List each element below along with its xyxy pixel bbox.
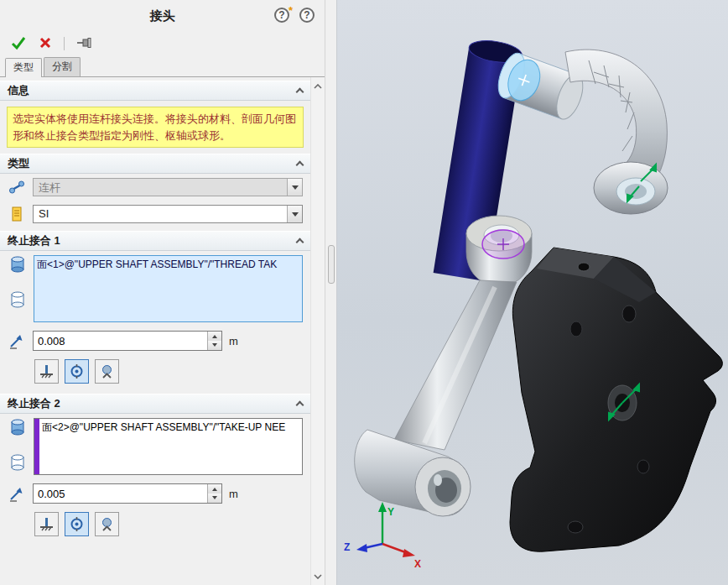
property-manager-panel: 接头 ?* ? 类型 分割 信息 选定实体将使用连杆接头连接。将接头的材 xyxy=(0,0,325,585)
selection-item[interactable]: 面<1>@"UPPER SHAFT ASSEMBLY"/"THREAD TAK xyxy=(34,256,279,321)
tab-bar: 类型 分割 xyxy=(0,55,325,77)
orientation-triad: Y X Z xyxy=(344,502,421,570)
tab-type[interactable]: 类型 xyxy=(5,58,42,77)
joint2-selection-list[interactable]: 面<2>@"UPPER SHAFT ASSEMBLY"/"TAKE-UP NEE xyxy=(34,418,303,475)
spin-down-button[interactable] xyxy=(208,341,221,350)
link-connector-icon xyxy=(8,178,26,196)
selection-item[interactable]: 面<2>@"UPPER SHAFT ASSEMBLY"/"TAKE-UP NEE xyxy=(39,419,288,474)
unit-label: m xyxy=(229,488,238,500)
page-title: 接头 xyxy=(150,8,175,24)
chevron-down-icon xyxy=(287,206,302,222)
collapse-chevron-icon xyxy=(296,161,304,170)
joint2-length-input[interactable] xyxy=(34,484,207,503)
section-header-end-joint-2[interactable]: 终止接合 2 xyxy=(0,394,310,414)
section-header-type[interactable]: 类型 xyxy=(0,154,310,174)
pivot-end-button[interactable] xyxy=(65,359,89,384)
section-header-info[interactable]: 信息 xyxy=(0,81,310,101)
section-header-end-joint-1[interactable]: 终止接合 1 xyxy=(0,231,310,251)
unit-system-select[interactable]: SI xyxy=(33,205,303,223)
graphics-viewport[interactable]: Y X Z xyxy=(337,0,728,585)
length-arrow-icon xyxy=(8,332,26,350)
units-icon xyxy=(8,205,26,223)
tab-split[interactable]: 分割 xyxy=(44,57,81,76)
joint1-length-input[interactable] xyxy=(34,332,207,350)
pm-toolbar xyxy=(0,32,325,55)
cylinder-outline-icon xyxy=(9,290,26,311)
collapse-chevron-icon xyxy=(296,238,304,247)
curved-arm-part[interactable] xyxy=(565,50,668,214)
spherical-end-button[interactable] xyxy=(95,512,119,536)
panel-scrollbar[interactable] xyxy=(310,77,325,585)
cylinder-outline-icon xyxy=(9,453,26,474)
pm-content: 信息 选定实体将使用连杆接头连接。将接头的材料、剖面几何图形和终止接合类型指定为… xyxy=(0,77,310,585)
chevron-down-icon xyxy=(287,179,302,196)
spin-up-button[interactable] xyxy=(208,332,221,341)
triad-y-label: Y xyxy=(387,506,394,518)
bracket-part[interactable] xyxy=(510,248,722,551)
pin-button[interactable] xyxy=(76,36,93,52)
spin-down-button[interactable] xyxy=(208,494,221,503)
spin-up-button[interactable] xyxy=(208,484,221,494)
scroll-down-icon[interactable] xyxy=(312,570,325,582)
unit-label: m xyxy=(229,335,238,347)
panel-header: 接头 ?* ? xyxy=(0,0,325,32)
rigid-end-button[interactable] xyxy=(34,512,59,536)
rigid-end-button[interactable] xyxy=(34,359,59,384)
info-message: 选定实体将使用连杆接头连接。将接头的材料、剖面几何图形和终止接合类型指定为刚性、… xyxy=(7,107,304,148)
collapse-chevron-icon xyxy=(296,401,304,410)
new-star-icon: * xyxy=(289,4,293,17)
joint1-length-field xyxy=(33,331,222,351)
cylindrical-face-icon xyxy=(9,255,26,276)
splitter-handle[interactable] xyxy=(328,245,335,284)
ok-button[interactable] xyxy=(10,35,27,53)
scroll-up-icon[interactable] xyxy=(312,80,325,92)
triad-z-label: Z xyxy=(344,541,350,553)
whats-new-help-icon[interactable]: ?* xyxy=(274,8,289,23)
panel-splitter[interactable] xyxy=(325,0,337,585)
pivot-end-button[interactable] xyxy=(65,512,89,536)
spherical-end-button[interactable] xyxy=(95,359,119,384)
cylindrical-face-icon xyxy=(9,418,26,439)
collapse-chevron-icon xyxy=(296,88,304,97)
connector-type-select[interactable]: 连杆 xyxy=(33,178,303,196)
joint2-length-field xyxy=(33,483,222,504)
toolbar-separator xyxy=(64,37,65,50)
length-arrow-icon xyxy=(8,484,26,503)
help-icon[interactable]: ? xyxy=(299,8,315,23)
cancel-button[interactable] xyxy=(39,36,52,52)
triad-x-label: X xyxy=(414,558,421,570)
selected-face-highlight-2 xyxy=(482,230,524,259)
joint1-selection-list[interactable]: 面<1>@"UPPER SHAFT ASSEMBLY"/"THREAD TAK xyxy=(34,255,303,322)
